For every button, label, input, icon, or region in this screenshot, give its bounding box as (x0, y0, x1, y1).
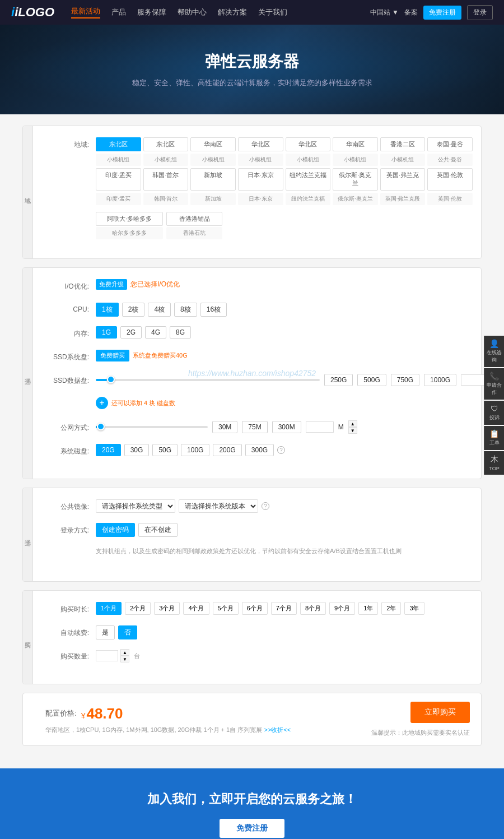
price-detail[interactable]: >>收折<< (264, 726, 291, 733)
nav-item-solution[interactable]: 解决方案 (218, 7, 247, 17)
float-btn-3[interactable]: 📋 工单 (484, 426, 504, 450)
region-r2-7[interactable]: 英国·伦敦 (427, 168, 473, 191)
ssd-system-row: SSD系统盘: 免费赠买 系统盘免费赠买40G (45, 350, 473, 365)
month-btn-5[interactable]: 6个月 (242, 602, 268, 615)
nav-item-service[interactable]: 服务保障 (137, 7, 166, 17)
month-btn-2[interactable]: 3个月 (154, 602, 180, 615)
month-btn-10[interactable]: 2年 (381, 602, 401, 615)
login-button[interactable]: 登录 (467, 5, 493, 20)
ssd-range-thumb[interactable] (107, 376, 115, 383)
region-cell-0[interactable]: 东北区 (96, 137, 141, 151)
ssd-range-track[interactable] (96, 379, 320, 381)
region-r2-5[interactable]: 俄尔斯·奥克兰 (333, 168, 378, 191)
cpu-opt-3[interactable]: 8核 (174, 303, 197, 317)
bw-opt-1[interactable]: 75M (242, 421, 267, 433)
memory-opt-1[interactable]: 2G (120, 326, 142, 339)
float-btn-2[interactable]: 🛡 投诉 (484, 401, 504, 425)
cpu-opt-2[interactable]: 4核 (148, 303, 171, 317)
cpu-opt-4[interactable]: 16核 (200, 303, 227, 317)
count-step-down[interactable]: ▼ (120, 656, 129, 662)
price-currency: ¥ (81, 711, 86, 720)
cpu-opt-1[interactable]: 2核 (122, 303, 145, 317)
region-r3-1[interactable]: 香港港铺品 (166, 212, 222, 226)
bandwidth-range-track[interactable] (96, 426, 208, 428)
region-r2-4[interactable]: 纽约法兰克福 (286, 168, 331, 191)
nav-item-help[interactable]: 帮助中心 (178, 7, 207, 17)
cta-register-button[interactable]: 免费注册 (220, 819, 284, 838)
sys-disk-opt-5[interactable]: 300G (245, 444, 274, 456)
month-btn-9[interactable]: 1年 (358, 602, 378, 615)
month-btn-0[interactable]: 1个月 (96, 602, 122, 615)
sys-disk-opt-4[interactable]: 200G (213, 444, 241, 456)
memory-opt-0[interactable]: 1G (96, 326, 117, 339)
region-row3: 阿联大·多哈多多 哈尔多·多多多 香港港铺品 香港石坑 (96, 212, 473, 239)
region-cell-2[interactable]: 华南区 (190, 137, 236, 151)
login-password-btn[interactable]: 创建密码 (96, 523, 135, 537)
sys-disk-opt-2[interactable]: 50G (152, 444, 178, 456)
bw-step-down[interactable]: ▼ (348, 427, 357, 434)
region-r2-1[interactable]: 韩国·首尔 (143, 168, 189, 191)
console-link[interactable]: 备案 (404, 8, 418, 17)
region-cell-5[interactable]: 华南区 (333, 137, 378, 151)
region-r2-6[interactable]: 英国·弗兰克 (380, 168, 426, 191)
os-version-select[interactable]: 请选择操作系统版本 (179, 499, 258, 513)
region-cell-7[interactable]: 泰国·曼谷 (427, 137, 473, 151)
ssd-opt-0[interactable]: 250G (324, 374, 353, 386)
float-btn-0[interactable]: 👤 在线咨询 (484, 336, 504, 367)
bw-opt-2[interactable]: 300M (272, 421, 301, 433)
free-register-button[interactable]: 免费注册 (423, 6, 461, 20)
sys-disk-opt-3[interactable]: 100G (181, 444, 209, 456)
memory-opt-2[interactable]: 4G (145, 326, 166, 339)
nav-item-activities[interactable]: 最新活动 (71, 6, 100, 18)
month-btn-7[interactable]: 8个月 (300, 602, 326, 615)
region-cell-3[interactable]: 华北区 (238, 137, 283, 151)
hardware-side-label: 选择 (23, 268, 33, 479)
region-r2-3[interactable]: 日本·东京 (238, 168, 283, 191)
month-btn-6[interactable]: 7个月 (271, 602, 297, 615)
region-cell-6[interactable]: 香港二区 (380, 137, 426, 151)
month-btn-8[interactable]: 9个月 (329, 602, 355, 615)
buy-now-button[interactable]: 立即购买 (410, 702, 470, 723)
month-btn-3[interactable]: 4个月 (183, 602, 209, 615)
ssd-opt-1[interactable]: 500G (357, 374, 386, 386)
login-key-btn[interactable]: 在不创建 (138, 523, 178, 537)
add-disk-button[interactable]: + (96, 397, 108, 409)
month-btn-1[interactable]: 2个月 (125, 602, 151, 615)
region-r2-0[interactable]: 印度·孟买 (96, 168, 141, 191)
ssd-opt-3[interactable]: 1000G (424, 374, 456, 386)
nav-item-products[interactable]: 产品 (111, 7, 126, 17)
region-r2-2[interactable]: 新加坡 (190, 168, 236, 191)
sys-disk-opt-1[interactable]: 30G (124, 444, 150, 456)
month-btn-4[interactable]: 5个月 (213, 602, 239, 615)
price-main: 配置价格: ¥48.70 (45, 705, 291, 722)
region-cell-1[interactable]: 东北区 (143, 137, 189, 151)
auto-renew-no[interactable]: 是 (96, 625, 115, 639)
auto-renew-yes[interactable]: 否 (118, 625, 137, 639)
month-btn-11[interactable]: 3年 (404, 602, 424, 615)
cpu-opt-0[interactable]: 1核 (96, 303, 119, 317)
io-active-badge[interactable]: 免费升级 (96, 279, 127, 290)
login-note-row: 支持机组点，以及生成密码的相同到邮政政策处方还以优化，节约以前都有安全云存储A/… (45, 546, 473, 562)
main-content: 地域 地域: 东北区 东北区 华南区 华北区 华北区 华南区 香港二区 泰国·曼… (0, 114, 504, 757)
hero-subtitle: 稳定、安全、弹性、高性能的云端计算服务，实时满足您的多样性业务需求 (132, 78, 372, 88)
os-type-select[interactable]: 请选择操作系统类型 (96, 499, 175, 513)
bandwidth-range-thumb[interactable] (97, 423, 105, 430)
count-step-up[interactable]: ▲ (120, 649, 129, 656)
float-btn-1[interactable]: 📞 申请合作 (484, 368, 504, 400)
language-selector[interactable]: 中国站 ▼ (370, 8, 399, 17)
region-cell-4[interactable]: 华北区 (286, 137, 331, 151)
nav-item-about[interactable]: 关于我们 (258, 7, 287, 17)
region-r3-0[interactable]: 阿联大·多哈多多 (96, 212, 163, 226)
float-btn-4[interactable]: 木 TOP (484, 451, 504, 475)
os-info-icon[interactable]: ? (262, 502, 269, 510)
sys-disk-info-icon[interactable]: ? (277, 446, 285, 454)
bw-step-up[interactable]: ▲ (348, 420, 357, 427)
bw-opt-0[interactable]: 30M (212, 421, 237, 433)
count-unit: 台 (134, 652, 140, 660)
bw-input[interactable]: 1 (306, 421, 334, 433)
count-input[interactable]: 1 (96, 650, 118, 661)
memory-opt-3[interactable]: 8G (170, 326, 191, 339)
ssd-opt-2[interactable]: 750G (391, 374, 419, 386)
sys-disk-opt-0[interactable]: 20G (96, 444, 121, 456)
logo: iiLOGO (11, 5, 54, 20)
